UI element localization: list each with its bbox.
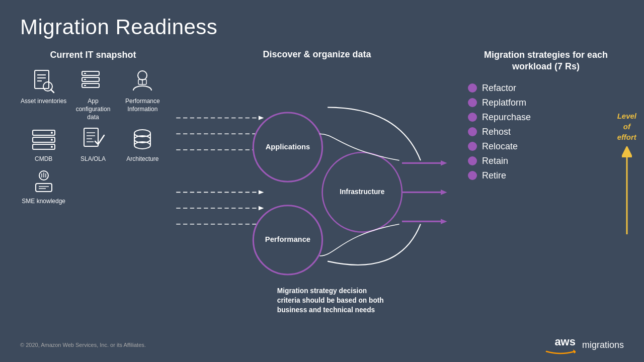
icon-sme-knowledge: SME knowledge (20, 168, 67, 206)
cmdb-icon (31, 126, 57, 152)
svg-point-18 (51, 132, 53, 134)
strategy-label-repurchase: Repurchase (482, 112, 531, 123)
level-of-effort-arrow (622, 146, 632, 237)
svg-marker-47 (259, 206, 264, 210)
aws-logo-sub: migrations (582, 340, 624, 350)
asset-inventories-label: Asset inventories (21, 98, 66, 106)
svg-point-12 (138, 71, 147, 80)
icon-architecture: Architecture (119, 126, 166, 163)
strategy-label-refactor: Refactor (482, 83, 516, 94)
strategy-list: Refactor Replatform Repurchase Rehost Re… (468, 83, 624, 181)
app-config-icon (80, 68, 106, 95)
footer-copyright: © 2020, Amazon Web Services, Inc. or its… (20, 342, 146, 348)
section1-title: Current IT snapshot (20, 49, 166, 61)
architecture-icon (129, 126, 155, 152)
slide: Migration Readiness Current IT snapshot … (0, 0, 644, 362)
svg-point-20 (51, 146, 53, 148)
sme-knowledge-label: SME knowledge (22, 198, 65, 206)
aws-smile-icon (545, 348, 576, 354)
section-discover: Discover & organize data (166, 49, 468, 341)
strategy-refactor: Refactor (468, 83, 624, 94)
strategy-dot-refactor (468, 83, 477, 93)
app-config-label: App configuration data (69, 98, 116, 121)
strategy-dot-replatform (468, 98, 477, 107)
section-strategies: Migration strategies for each workload (… (468, 49, 624, 341)
performance-label: Performance (265, 235, 310, 243)
icon-app-config: App configuration data (69, 68, 116, 121)
icons-grid: Asset inventories App configuration data (20, 68, 166, 205)
strategy-dot-relocate (468, 142, 477, 151)
svg-marker-54 (441, 160, 447, 166)
cmdb-label: CMDB (35, 155, 52, 163)
sla-ola-icon (80, 126, 106, 152)
svg-rect-0 (35, 70, 49, 88)
svg-rect-21 (84, 128, 98, 146)
diagram-svg: Applications Performance Infrastructure (166, 65, 468, 341)
strategy-replatform: Replatform (468, 98, 624, 108)
section3-title: Migration strategies for each workload (… (468, 49, 624, 73)
asset-inventories-icon (31, 68, 57, 95)
strategy-repurchase: Repurchase (468, 112, 624, 123)
svg-marker-56 (441, 190, 447, 195)
icon-asset-inventories: Asset inventories (20, 68, 67, 121)
icon-cmdb: CMDB (20, 126, 67, 163)
footer: © 2020, Amazon Web Services, Inc. or its… (20, 335, 624, 354)
strategy-label-relocate: Relocate (482, 141, 518, 152)
icon-performance-info: Performance Information (119, 68, 166, 121)
strategy-dot-repurchase (468, 113, 477, 122)
section2-title: Discover & organize data (263, 49, 371, 60)
aws-logo: aws migrations (545, 335, 624, 354)
strategy-retain: Retain (468, 156, 624, 166)
strategy-dot-retain (468, 156, 477, 165)
svg-line-5 (51, 89, 54, 93)
performance-info-label: Performance Information (119, 98, 166, 113)
svg-point-19 (51, 139, 53, 141)
section-current-it: Current IT snapshot Asset inventories (20, 49, 166, 341)
strategy-dot-retire (468, 171, 477, 180)
sme-knowledge-icon (31, 168, 57, 195)
discover-diagram: Applications Performance Infrastructure (166, 65, 468, 341)
svg-text:business and technical needs: business and technical needs (277, 306, 375, 314)
svg-marker-39 (259, 116, 264, 120)
svg-text:Migration strategy decision: Migration strategy decision (277, 287, 367, 295)
icon-sla-ola: SLA/OLA (69, 126, 116, 163)
svg-text:criteria should be based on bo: criteria should be based on both (277, 297, 384, 304)
strategy-dot-rehost (468, 127, 477, 136)
applications-label: Applications (266, 143, 310, 151)
strategy-retire: Retire (468, 170, 624, 181)
infrastructure-label: Infrastructure (340, 188, 385, 196)
strategy-rehost: Rehost (468, 127, 624, 137)
strategy-label-retire: Retire (482, 170, 506, 181)
level-of-effort-label: Levelofeffort (617, 111, 636, 142)
page-title: Migration Readiness (20, 15, 624, 39)
architecture-label: Architecture (126, 155, 158, 163)
strategy-label-replatform: Replatform (482, 98, 526, 108)
performance-info-icon (129, 68, 155, 95)
sla-ola-label: SLA/OLA (80, 155, 106, 163)
strategy-relocate: Relocate (468, 141, 624, 152)
strategy-label-rehost: Rehost (482, 127, 511, 137)
aws-logo-main: aws (554, 335, 576, 348)
svg-marker-45 (259, 190, 264, 194)
strategy-label-retain: Retain (482, 156, 508, 166)
main-content: Current IT snapshot Asset inventories (20, 49, 624, 341)
svg-marker-58 (441, 219, 447, 224)
svg-rect-35 (36, 184, 52, 192)
